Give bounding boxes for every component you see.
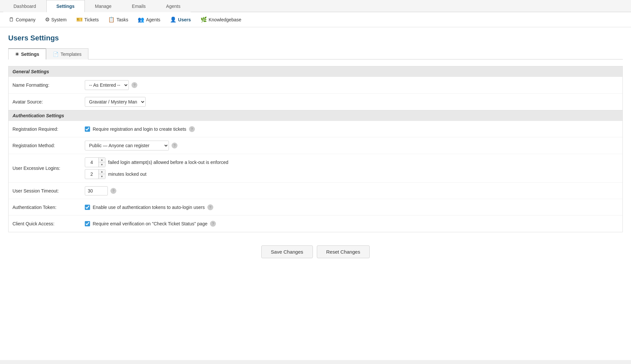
authentication-token-help-icon[interactable]: ? (207, 204, 213, 210)
user-session-timeout-row: User Session Timeout: ? (9, 183, 622, 199)
spinner-group: ▲ ▼ failed login attempt(s) allowed befo… (85, 157, 228, 179)
user-session-timeout-control: ? (85, 186, 619, 195)
knowledgebase-icon: 🌿 (200, 16, 207, 23)
authentication-token-checkbox[interactable] (85, 205, 90, 210)
nav-system-label: System (51, 17, 67, 22)
attempts-up-arrow[interactable]: ▲ (99, 158, 105, 162)
minutes-up-arrow[interactable]: ▲ (99, 170, 105, 174)
nav-agents[interactable]: 👥 Agents (134, 15, 164, 24)
user-session-timeout-label: User Session Timeout: (12, 188, 85, 193)
general-settings-section: General Settings Name Formatting: -- As … (8, 66, 623, 110)
nav-company[interactable]: 🗒 Company (5, 15, 39, 24)
user-excessive-logins-row: User Excessive Logins: ▲ ▼ failed login … (9, 154, 622, 183)
attempts-input[interactable] (85, 158, 98, 166)
registration-method-help-icon[interactable]: ? (172, 143, 177, 148)
authentication-token-control: Enable use of authentication tokens to a… (85, 204, 619, 210)
registration-required-help-icon[interactable]: ? (189, 126, 195, 132)
attempts-spinner-row: ▲ ▼ failed login attempt(s) allowed befo… (85, 157, 228, 167)
client-quick-access-label: Client Quick Access: (12, 221, 85, 226)
registration-method-select[interactable]: Public — Anyone can register Private — A… (85, 141, 169, 150)
attempts-spinner: ▲ ▼ (85, 157, 105, 167)
main-content: Users Settings ✳ Settings 📄 Templates Ge… (0, 27, 631, 360)
minutes-text: minutes locked out (108, 171, 147, 177)
name-formatting-label: Name Formatting: (12, 82, 85, 88)
settings-tab-icon: ✳ (15, 52, 19, 57)
system-icon: ⚙ (45, 16, 50, 23)
name-formatting-row: Name Formatting: -- As Entered -- First … (9, 77, 622, 94)
subtab-settings-label: Settings (21, 52, 39, 57)
nav-knowledgebase-label: Knowledgebase (209, 17, 242, 22)
nav-tasks[interactable]: 📋 Tasks (104, 15, 132, 24)
button-row: Save Changes Reset Changes (8, 239, 623, 265)
registration-required-checkbox[interactable] (85, 126, 90, 132)
tab-manage[interactable]: Manage (85, 0, 122, 12)
secondary-navigation: 🗒 Company ⚙ System 🎫 Tickets 📋 Tasks 👥 A… (0, 12, 631, 27)
attempts-arrows: ▲ ▼ (98, 158, 105, 167)
attempts-text: failed login attempt(s) allowed before a… (108, 160, 228, 165)
tab-settings[interactable]: Settings (46, 0, 85, 12)
avatar-source-label: Avatar Source: (12, 99, 85, 104)
nav-users-label: Users (178, 17, 191, 22)
registration-required-control: Require registration and login to create… (85, 126, 619, 132)
subtab-templates[interactable]: 📄 Templates (46, 48, 88, 59)
nav-company-label: Company (16, 17, 35, 22)
page-title: Users Settings (8, 34, 623, 42)
company-icon: 🗒 (9, 17, 14, 23)
subtab-settings[interactable]: ✳ Settings (8, 48, 46, 59)
auth-settings-section: Authentication Settings Registration Req… (8, 110, 623, 232)
avatar-source-row: Avatar Source: Gravatar / Mystery Man No… (9, 94, 622, 110)
save-changes-button[interactable]: Save Changes (261, 245, 313, 258)
nav-agents-label: Agents (146, 17, 160, 22)
registration-required-row: Registration Required: Require registrat… (9, 121, 622, 137)
client-quick-access-checkbox[interactable] (85, 221, 90, 226)
user-excessive-logins-control: ▲ ▼ failed login attempt(s) allowed befo… (85, 157, 619, 179)
registration-method-label: Registration Method: (12, 143, 85, 148)
user-session-timeout-help-icon[interactable]: ? (110, 188, 116, 194)
tasks-icon: 📋 (108, 16, 115, 23)
nav-tickets[interactable]: 🎫 Tickets (72, 15, 103, 24)
user-excessive-logins-label: User Excessive Logins: (12, 166, 85, 171)
avatar-source-control: Gravatar / Mystery Man None Local Upload (85, 97, 619, 107)
nav-system[interactable]: ⚙ System (41, 15, 71, 24)
avatar-source-select[interactable]: Gravatar / Mystery Man None Local Upload (85, 97, 146, 107)
name-formatting-select[interactable]: -- As Entered -- First Last Last, First (85, 80, 129, 90)
minutes-down-arrow[interactable]: ▼ (99, 174, 105, 179)
minutes-input[interactable] (85, 170, 98, 178)
agents-icon: 👥 (138, 16, 144, 23)
tickets-icon: 🎫 (76, 16, 83, 23)
nav-knowledgebase[interactable]: 🌿 Knowledgebase (197, 15, 245, 24)
client-quick-access-control: Require email verification on "Check Tic… (85, 221, 619, 227)
registration-required-label: Registration Required: (12, 126, 85, 132)
name-formatting-control: -- As Entered -- First Last Last, First … (85, 80, 619, 90)
nav-users[interactable]: 👤 Users (166, 15, 195, 24)
attempts-down-arrow[interactable]: ▼ (99, 162, 105, 167)
nav-tickets-label: Tickets (84, 17, 99, 22)
registration-required-text: Require registration and login to create… (93, 126, 186, 132)
client-quick-access-row: Client Quick Access: Require email verif… (9, 216, 622, 232)
reset-changes-button[interactable]: Reset Changes (317, 245, 370, 258)
authentication-token-label: Authentication Token: (12, 205, 85, 210)
registration-method-row: Registration Method: Public — Anyone can… (9, 137, 622, 154)
top-navigation: Dashboard Settings Manage Emails Agents (0, 0, 631, 12)
templates-tab-icon: 📄 (53, 52, 58, 57)
tab-emails[interactable]: Emails (122, 0, 156, 12)
tab-agents[interactable]: Agents (156, 0, 191, 12)
tab-dashboard[interactable]: Dashboard (3, 0, 46, 12)
auth-settings-header: Authentication Settings (9, 110, 622, 121)
users-icon: 👤 (170, 16, 176, 23)
name-formatting-help-icon[interactable]: ? (131, 82, 137, 88)
minutes-arrows: ▲ ▼ (98, 170, 105, 179)
minutes-spinner: ▲ ▼ (85, 169, 105, 179)
authentication-token-row: Authentication Token: Enable use of auth… (9, 199, 622, 216)
client-quick-access-text: Require email verification on "Check Tic… (93, 221, 207, 226)
subtab-templates-label: Templates (60, 52, 82, 57)
minutes-spinner-row: ▲ ▼ minutes locked out (85, 169, 228, 179)
client-quick-access-help-icon[interactable]: ? (210, 221, 216, 227)
nav-tasks-label: Tasks (116, 17, 128, 22)
sub-tabs: ✳ Settings 📄 Templates (8, 48, 623, 59)
general-settings-header: General Settings (9, 66, 622, 77)
user-session-timeout-input[interactable] (85, 186, 108, 195)
authentication-token-text: Enable use of authentication tokens to a… (93, 205, 205, 210)
registration-method-control: Public — Anyone can register Private — A… (85, 141, 619, 150)
